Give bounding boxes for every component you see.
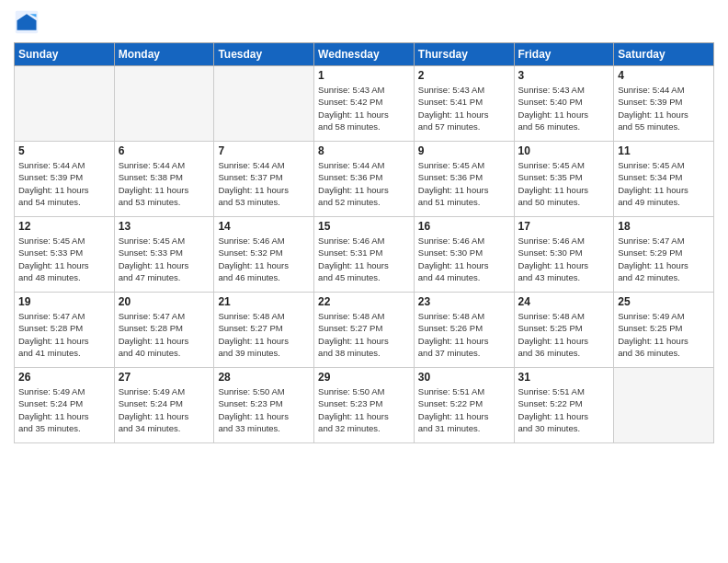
- day-number: 15: [318, 220, 410, 233]
- calendar-cell: 26Sunrise: 5:49 AM Sunset: 5:24 PM Dayli…: [15, 368, 115, 443]
- calendar-cell: 13Sunrise: 5:45 AM Sunset: 5:33 PM Dayli…: [114, 217, 214, 293]
- day-info: Sunrise: 5:49 AM Sunset: 5:25 PM Dayligh…: [618, 310, 710, 359]
- day-info: Sunrise: 5:50 AM Sunset: 5:23 PM Dayligh…: [318, 385, 410, 434]
- day-number: 12: [18, 220, 110, 233]
- day-info: Sunrise: 5:46 AM Sunset: 5:32 PM Dayligh…: [218, 235, 310, 283]
- day-number: 29: [318, 371, 410, 384]
- day-info: Sunrise: 5:48 AM Sunset: 5:27 PM Dayligh…: [318, 310, 410, 359]
- weekday-header-tuesday: Tuesday: [214, 43, 314, 66]
- calendar-cell: 5Sunrise: 5:44 AM Sunset: 5:39 PM Daylig…: [15, 142, 115, 217]
- calendar-cell: 24Sunrise: 5:48 AM Sunset: 5:25 PM Dayli…: [514, 293, 614, 368]
- logo-icon: [14, 9, 40, 35]
- week-row-2: 5Sunrise: 5:44 AM Sunset: 5:39 PM Daylig…: [15, 142, 714, 217]
- day-info: Sunrise: 5:47 AM Sunset: 5:28 PM Dayligh…: [18, 310, 110, 359]
- calendar-cell: 18Sunrise: 5:47 AM Sunset: 5:29 PM Dayli…: [614, 217, 714, 293]
- calendar-cell: 1Sunrise: 5:43 AM Sunset: 5:42 PM Daylig…: [314, 66, 415, 142]
- weekday-header-row: SundayMondayTuesdayWednesdayThursdayFrid…: [15, 43, 714, 66]
- day-number: 25: [618, 295, 710, 308]
- day-info: Sunrise: 5:44 AM Sunset: 5:37 PM Dayligh…: [218, 159, 310, 208]
- day-info: Sunrise: 5:44 AM Sunset: 5:39 PM Dayligh…: [18, 159, 110, 208]
- day-number: 2: [418, 69, 510, 82]
- calendar-cell: [614, 368, 714, 443]
- day-number: 23: [418, 295, 510, 308]
- calendar-cell: 11Sunrise: 5:45 AM Sunset: 5:34 PM Dayli…: [614, 142, 714, 217]
- day-info: Sunrise: 5:48 AM Sunset: 5:26 PM Dayligh…: [418, 310, 510, 359]
- day-info: Sunrise: 5:43 AM Sunset: 5:40 PM Dayligh…: [518, 84, 610, 132]
- day-number: 6: [119, 144, 210, 157]
- weekday-header-sunday: Sunday: [15, 43, 115, 66]
- day-info: Sunrise: 5:44 AM Sunset: 5:39 PM Dayligh…: [618, 84, 710, 132]
- day-info: Sunrise: 5:46 AM Sunset: 5:31 PM Dayligh…: [318, 235, 410, 283]
- day-number: 20: [119, 295, 210, 308]
- day-number: 17: [518, 220, 610, 233]
- calendar-cell: 7Sunrise: 5:44 AM Sunset: 5:37 PM Daylig…: [214, 142, 314, 217]
- day-info: Sunrise: 5:45 AM Sunset: 5:34 PM Dayligh…: [618, 159, 710, 208]
- week-row-5: 26Sunrise: 5:49 AM Sunset: 5:24 PM Dayli…: [15, 368, 714, 443]
- calendar-cell: 27Sunrise: 5:49 AM Sunset: 5:24 PM Dayli…: [114, 368, 214, 443]
- calendar-cell: [114, 66, 214, 142]
- day-number: 3: [518, 69, 610, 82]
- day-number: 24: [518, 295, 610, 308]
- day-info: Sunrise: 5:47 AM Sunset: 5:28 PM Dayligh…: [119, 310, 210, 359]
- day-number: 10: [518, 144, 610, 157]
- day-number: 16: [418, 220, 510, 233]
- calendar-cell: 6Sunrise: 5:44 AM Sunset: 5:38 PM Daylig…: [114, 142, 214, 217]
- calendar-cell: 10Sunrise: 5:45 AM Sunset: 5:35 PM Dayli…: [514, 142, 614, 217]
- calendar-cell: 8Sunrise: 5:44 AM Sunset: 5:36 PM Daylig…: [314, 142, 415, 217]
- day-info: Sunrise: 5:44 AM Sunset: 5:38 PM Dayligh…: [119, 159, 210, 208]
- day-info: Sunrise: 5:45 AM Sunset: 5:33 PM Dayligh…: [18, 235, 110, 283]
- day-number: 19: [18, 295, 110, 308]
- day-info: Sunrise: 5:46 AM Sunset: 5:30 PM Dayligh…: [418, 235, 510, 283]
- week-row-3: 12Sunrise: 5:45 AM Sunset: 5:33 PM Dayli…: [15, 217, 714, 293]
- day-number: 30: [418, 371, 510, 384]
- day-info: Sunrise: 5:47 AM Sunset: 5:29 PM Dayligh…: [618, 235, 710, 283]
- calendar-cell: 4Sunrise: 5:44 AM Sunset: 5:39 PM Daylig…: [614, 66, 714, 142]
- day-info: Sunrise: 5:51 AM Sunset: 5:22 PM Dayligh…: [418, 385, 510, 434]
- calendar: SundayMondayTuesdayWednesdayThursdayFrid…: [14, 42, 714, 443]
- weekday-header-wednesday: Wednesday: [314, 43, 415, 66]
- header: [14, 9, 714, 35]
- calendar-cell: 21Sunrise: 5:48 AM Sunset: 5:27 PM Dayli…: [214, 293, 314, 368]
- calendar-cell: 25Sunrise: 5:49 AM Sunset: 5:25 PM Dayli…: [614, 293, 714, 368]
- weekday-header-thursday: Thursday: [414, 43, 514, 66]
- calendar-cell: 9Sunrise: 5:45 AM Sunset: 5:36 PM Daylig…: [414, 142, 514, 217]
- day-number: 14: [218, 220, 310, 233]
- week-row-4: 19Sunrise: 5:47 AM Sunset: 5:28 PM Dayli…: [15, 293, 714, 368]
- day-number: 1: [318, 69, 410, 82]
- day-number: 5: [18, 144, 110, 157]
- day-info: Sunrise: 5:43 AM Sunset: 5:41 PM Dayligh…: [418, 84, 510, 132]
- day-info: Sunrise: 5:46 AM Sunset: 5:30 PM Dayligh…: [518, 235, 610, 283]
- calendar-cell: 23Sunrise: 5:48 AM Sunset: 5:26 PM Dayli…: [414, 293, 514, 368]
- day-number: 9: [418, 144, 510, 157]
- calendar-cell: 17Sunrise: 5:46 AM Sunset: 5:30 PM Dayli…: [514, 217, 614, 293]
- logo: [14, 9, 43, 35]
- calendar-cell: 28Sunrise: 5:50 AM Sunset: 5:23 PM Dayli…: [214, 368, 314, 443]
- day-info: Sunrise: 5:43 AM Sunset: 5:42 PM Dayligh…: [318, 84, 410, 132]
- calendar-cell: 20Sunrise: 5:47 AM Sunset: 5:28 PM Dayli…: [114, 293, 214, 368]
- calendar-cell: 12Sunrise: 5:45 AM Sunset: 5:33 PM Dayli…: [15, 217, 115, 293]
- day-number: 21: [218, 295, 310, 308]
- day-number: 26: [18, 371, 110, 384]
- day-info: Sunrise: 5:50 AM Sunset: 5:23 PM Dayligh…: [218, 385, 310, 434]
- day-number: 18: [618, 220, 710, 233]
- day-number: 31: [518, 371, 610, 384]
- calendar-cell: 15Sunrise: 5:46 AM Sunset: 5:31 PM Dayli…: [314, 217, 415, 293]
- day-number: 13: [119, 220, 210, 233]
- day-info: Sunrise: 5:49 AM Sunset: 5:24 PM Dayligh…: [18, 385, 110, 434]
- day-info: Sunrise: 5:48 AM Sunset: 5:25 PM Dayligh…: [518, 310, 610, 359]
- calendar-cell: 30Sunrise: 5:51 AM Sunset: 5:22 PM Dayli…: [414, 368, 514, 443]
- weekday-header-friday: Friday: [514, 43, 614, 66]
- day-info: Sunrise: 5:51 AM Sunset: 5:22 PM Dayligh…: [518, 385, 610, 434]
- weekday-header-saturday: Saturday: [614, 43, 714, 66]
- calendar-cell: 16Sunrise: 5:46 AM Sunset: 5:30 PM Dayli…: [414, 217, 514, 293]
- day-info: Sunrise: 5:48 AM Sunset: 5:27 PM Dayligh…: [218, 310, 310, 359]
- day-number: 27: [119, 371, 210, 384]
- calendar-cell: 3Sunrise: 5:43 AM Sunset: 5:40 PM Daylig…: [514, 66, 614, 142]
- calendar-cell: 19Sunrise: 5:47 AM Sunset: 5:28 PM Dayli…: [15, 293, 115, 368]
- day-number: 11: [618, 144, 710, 157]
- calendar-cell: 29Sunrise: 5:50 AM Sunset: 5:23 PM Dayli…: [314, 368, 415, 443]
- day-number: 7: [218, 144, 310, 157]
- calendar-cell: 2Sunrise: 5:43 AM Sunset: 5:41 PM Daylig…: [414, 66, 514, 142]
- calendar-cell: 31Sunrise: 5:51 AM Sunset: 5:22 PM Dayli…: [514, 368, 614, 443]
- weekday-header-monday: Monday: [114, 43, 214, 66]
